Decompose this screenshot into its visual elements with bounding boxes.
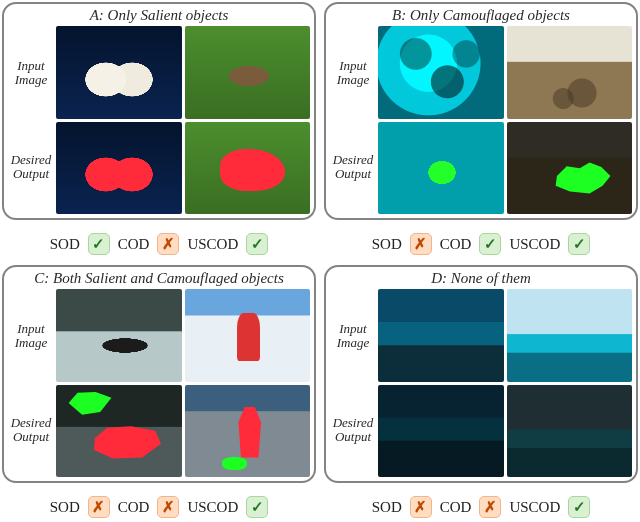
panel-a-title: A: Only Salient objects bbox=[8, 7, 310, 24]
badge-c-uscod: ✓ bbox=[246, 496, 268, 518]
badge-b-uscod: ✓ bbox=[568, 233, 590, 255]
label-sod: SOD bbox=[372, 236, 402, 253]
panel-d-badges: SOD ✗ COD ✗ USCOD ✓ bbox=[324, 491, 638, 520]
panel-c-body: InputImage DesiredOutput bbox=[8, 289, 310, 477]
label-cod: COD bbox=[440, 499, 472, 516]
panel-b: B: Only Camouflaged objects InputImage D… bbox=[324, 2, 638, 220]
label-uscod: USCOD bbox=[187, 499, 238, 516]
img-reef-input bbox=[378, 26, 504, 119]
panel-a-images bbox=[56, 26, 310, 214]
label-cod: COD bbox=[440, 236, 472, 253]
panel-d-rowlabels: InputImage DesiredOutput bbox=[330, 289, 376, 477]
img-swimmer-output bbox=[56, 385, 182, 478]
img-skier-output bbox=[185, 385, 311, 478]
label-desired-output: DesiredOutput bbox=[8, 153, 54, 180]
label-sod: SOD bbox=[372, 499, 402, 516]
label-input-image: InputImage bbox=[8, 59, 54, 86]
panel-b-title: B: Only Camouflaged objects bbox=[330, 7, 632, 24]
label-input-image: InputImage bbox=[330, 322, 376, 349]
panel-c-badges: SOD ✗ COD ✗ USCOD ✓ bbox=[2, 491, 316, 520]
panel-c: C: Both Salient and Camouflaged objects … bbox=[2, 265, 316, 483]
panel-a-badges: SOD ✓ COD ✗ USCOD ✓ bbox=[2, 228, 316, 257]
img-ocean1-output bbox=[378, 385, 504, 478]
label-uscod: USCOD bbox=[187, 236, 238, 253]
label-input-image: InputImage bbox=[8, 322, 54, 349]
badge-a-sod: ✓ bbox=[88, 233, 110, 255]
badge-d-uscod: ✓ bbox=[568, 496, 590, 518]
img-reef-output bbox=[378, 122, 504, 215]
panel-b-images bbox=[378, 26, 632, 214]
label-desired-output: DesiredOutput bbox=[330, 153, 376, 180]
badge-b-sod: ✗ bbox=[410, 233, 432, 255]
label-cod: COD bbox=[118, 236, 150, 253]
label-uscod: USCOD bbox=[509, 236, 560, 253]
badge-a-uscod: ✓ bbox=[246, 233, 268, 255]
panel-b-badges: SOD ✗ COD ✓ USCOD ✓ bbox=[324, 228, 638, 257]
badge-d-sod: ✗ bbox=[410, 496, 432, 518]
badge-b-cod: ✓ bbox=[479, 233, 501, 255]
img-swans-input bbox=[56, 26, 182, 119]
panel-d-body: InputImage DesiredOutput bbox=[330, 289, 632, 477]
img-ocean1-input bbox=[378, 289, 504, 382]
label-desired-output: DesiredOutput bbox=[8, 416, 54, 443]
panel-b-rowlabels: InputImage DesiredOutput bbox=[330, 26, 376, 214]
panel-c-title: C: Both Salient and Camouflaged objects bbox=[8, 270, 310, 287]
label-cod: COD bbox=[118, 499, 150, 516]
label-uscod: USCOD bbox=[509, 499, 560, 516]
panel-c-images bbox=[56, 289, 310, 477]
panel-a-rowlabels: InputImage DesiredOutput bbox=[8, 26, 54, 214]
img-ocean2-output bbox=[507, 385, 633, 478]
badge-c-sod: ✗ bbox=[88, 496, 110, 518]
panel-c-rowlabels: InputImage DesiredOutput bbox=[8, 289, 54, 477]
panel-d-images bbox=[378, 289, 632, 477]
badge-d-cod: ✗ bbox=[479, 496, 501, 518]
img-rabbit-input bbox=[185, 26, 311, 119]
panel-d-title: D: None of them bbox=[330, 270, 632, 287]
img-swimmer-input bbox=[56, 289, 182, 382]
img-soldier-output bbox=[507, 122, 633, 215]
badge-a-cod: ✗ bbox=[157, 233, 179, 255]
panel-a-body: InputImage DesiredOutput bbox=[8, 26, 310, 214]
label-sod: SOD bbox=[50, 499, 80, 516]
label-desired-output: DesiredOutput bbox=[330, 416, 376, 443]
img-ocean2-input bbox=[507, 289, 633, 382]
panel-b-body: InputImage DesiredOutput bbox=[330, 26, 632, 214]
img-rabbit-output bbox=[185, 122, 311, 215]
label-input-image: InputImage bbox=[330, 59, 376, 86]
panel-d: D: None of them InputImage DesiredOutput bbox=[324, 265, 638, 483]
figure-grid: A: Only Salient objects InputImage Desir… bbox=[2, 2, 638, 520]
panel-a: A: Only Salient objects InputImage Desir… bbox=[2, 2, 316, 220]
img-soldier-input bbox=[507, 26, 633, 119]
label-sod: SOD bbox=[50, 236, 80, 253]
badge-c-cod: ✗ bbox=[157, 496, 179, 518]
img-skier-input bbox=[185, 289, 311, 382]
img-swans-output bbox=[56, 122, 182, 215]
